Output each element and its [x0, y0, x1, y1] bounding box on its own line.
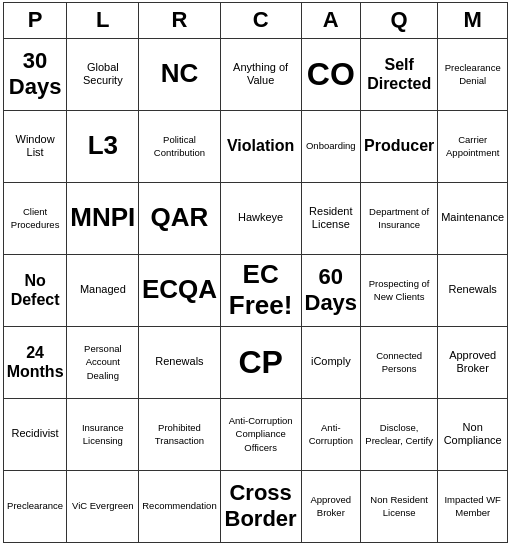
cell-5-4: Anti-Corruption: [301, 398, 360, 470]
cell-3-6: Renewals: [438, 254, 508, 326]
cell-0-4: CO: [301, 38, 360, 110]
cell-0-2: NC: [139, 38, 220, 110]
column-header-m: M: [438, 2, 508, 38]
cell-0-1: Global Security: [67, 38, 139, 110]
cell-1-3: Violation: [220, 110, 301, 182]
cell-2-0: Client Procedures: [4, 182, 67, 254]
cell-4-2: Renewals: [139, 326, 220, 398]
cell-4-6: Approved Broker: [438, 326, 508, 398]
column-header-l: L: [67, 2, 139, 38]
cell-6-6: Impacted WF Member: [438, 470, 508, 542]
cell-2-1: MNPI: [67, 182, 139, 254]
cell-1-6: Carrier Appointment: [438, 110, 508, 182]
cell-3-3: EC Free!: [220, 254, 301, 326]
cell-0-0: 30 Days: [4, 38, 67, 110]
cell-4-1: Personal Account Dealing: [67, 326, 139, 398]
column-header-r: R: [139, 2, 220, 38]
cell-6-0: Preclearance: [4, 470, 67, 542]
cell-5-2: Prohibited Transaction: [139, 398, 220, 470]
cell-2-5: Department of Insurance: [360, 182, 437, 254]
cell-4-0: 24 Months: [4, 326, 67, 398]
cell-3-4: 60 Days: [301, 254, 360, 326]
column-header-p: P: [4, 2, 67, 38]
cell-5-0: Recidivist: [4, 398, 67, 470]
cell-6-1: ViC Evergreen: [67, 470, 139, 542]
cell-0-6: Preclearance Denial: [438, 38, 508, 110]
cell-3-2: ECQA: [139, 254, 220, 326]
cell-5-5: Disclose, Preclear, Certify: [360, 398, 437, 470]
cell-1-1: L3: [67, 110, 139, 182]
cell-2-2: QAR: [139, 182, 220, 254]
cell-1-5: Producer: [360, 110, 437, 182]
cell-2-3: Hawkeye: [220, 182, 301, 254]
cell-3-1: Managed: [67, 254, 139, 326]
column-header-c: C: [220, 2, 301, 38]
cell-1-2: Political Contribution: [139, 110, 220, 182]
cell-4-3: CP: [220, 326, 301, 398]
column-header-a: A: [301, 2, 360, 38]
cell-2-4: Resident License: [301, 182, 360, 254]
cell-5-3: Anti-Corruption Compliance Officers: [220, 398, 301, 470]
cell-4-4: iComply: [301, 326, 360, 398]
cell-3-5: Prospecting of New Clients: [360, 254, 437, 326]
column-header-q: Q: [360, 2, 437, 38]
cell-5-1: Insurance Licensing: [67, 398, 139, 470]
cell-1-4: Onboarding: [301, 110, 360, 182]
cell-6-4: Approved Broker: [301, 470, 360, 542]
cell-0-3: Anything of Value: [220, 38, 301, 110]
cell-4-5: Connected Persons: [360, 326, 437, 398]
cell-6-2: Recommendation: [139, 470, 220, 542]
bingo-board: PLRCAQM 30 DaysGlobal SecurityNCAnything…: [3, 2, 508, 543]
cell-2-6: Maintenance: [438, 182, 508, 254]
cell-3-0: No Defect: [4, 254, 67, 326]
cell-1-0: Window List: [4, 110, 67, 182]
cell-0-5: Self Directed: [360, 38, 437, 110]
cell-6-5: Non Resident License: [360, 470, 437, 542]
cell-6-3: Cross Border: [220, 470, 301, 542]
cell-5-6: Non Compliance: [438, 398, 508, 470]
